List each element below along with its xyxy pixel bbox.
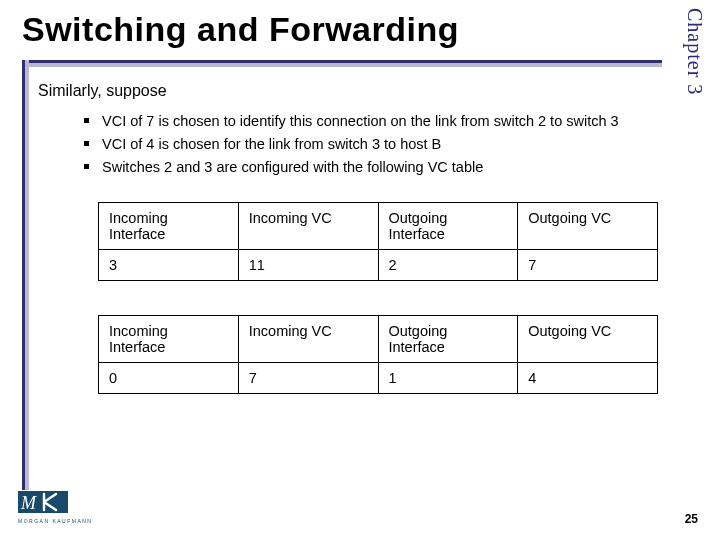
bullet-list: VCI of 7 is chosen to identify this conn… [84,110,678,180]
vc-table-2: Incoming Interface Incoming VC Outgoing … [98,315,658,394]
title-area: Switching and Forwarding [0,0,720,49]
body-content: Similarly, suppose VCI of 7 is chosen to… [38,82,678,394]
publisher-logo: M MORGAN KAUFMANN [18,491,92,524]
table-header-cell: Outgoing Interface [378,202,518,249]
table-header-cell: Outgoing VC [518,315,658,362]
table-cell: 4 [518,362,658,393]
table-row: Incoming Interface Incoming VC Outgoing … [99,315,658,362]
table-cell: 7 [518,249,658,280]
table-cell: 11 [238,249,378,280]
lead-text: Similarly, suppose [38,82,678,100]
table-cell: 1 [378,362,518,393]
table-header-cell: Outgoing Interface [378,315,518,362]
page-number: 25 [685,512,698,526]
table-header-cell: Incoming VC [238,202,378,249]
table-row: Incoming Interface Incoming VC Outgoing … [99,202,658,249]
mk-logo-icon: M [18,491,68,517]
bullet-item: VCI of 7 is chosen to identify this conn… [84,110,678,133]
svg-text:M: M [20,493,37,513]
table-row: 3 11 2 7 [99,249,658,280]
table-header-cell: Incoming Interface [99,315,239,362]
table-row: 0 7 1 4 [99,362,658,393]
page-title: Switching and Forwarding [22,10,720,49]
side-rule-light [25,60,29,490]
table-cell: 7 [238,362,378,393]
vc-table-1: Incoming Interface Incoming VC Outgoing … [98,202,658,281]
title-rule-light [22,63,662,67]
slide: Chapter 3 Switching and Forwarding Simil… [0,0,720,540]
table-cell: 2 [378,249,518,280]
table-header-cell: Outgoing VC [518,202,658,249]
publisher-name: MORGAN KAUFMANN [18,518,92,524]
table-cell: 3 [99,249,239,280]
table-header-cell: Incoming VC [238,315,378,362]
bullet-item: Switches 2 and 3 are configured with the… [84,156,678,179]
table-header-cell: Incoming Interface [99,202,239,249]
table-cell: 0 [99,362,239,393]
bullet-item: VCI of 4 is chosen for the link from swi… [84,133,678,156]
